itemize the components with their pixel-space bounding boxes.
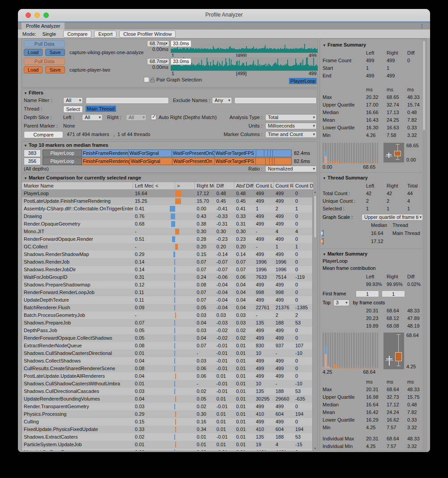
window-titlebar[interactable]: Profile Analyzer xyxy=(18,9,430,22)
table-row[interactable]: Assembly-CSharp.dll!::Collectable.OnTrig… xyxy=(22,205,313,213)
table-row[interactable]: ExtractRenderNodeQueue 0.08 0.07 -0.01 0… xyxy=(22,342,313,350)
marker-segment[interactable]: WaitForTargetFPS xyxy=(215,158,256,165)
table-row[interactable]: Shadows.PrepareShadowmap 0.12 0.08 -0.04… xyxy=(22,281,313,289)
marker-segment[interactable]: WaitForPresentOnG xyxy=(172,149,215,157)
frame-time-graph-right[interactable] xyxy=(171,57,318,71)
col-left-bar[interactable]: < xyxy=(154,182,175,189)
table-row[interactable]: Physics.Processing 0.29 0.30 0.01 0.01 4… xyxy=(22,410,313,418)
top10-row-right[interactable]: 356 PlayerLoopFinishFrameRenderingWaitFo… xyxy=(24,158,310,165)
load-button-left[interactable]: Load xyxy=(24,49,43,56)
marker-segment[interactable] xyxy=(256,149,264,157)
marker-segment[interactable] xyxy=(266,158,270,165)
sidebar-scrollbar-thumb[interactable] xyxy=(423,41,425,130)
foldout-triangle-icon[interactable]: ▼ xyxy=(323,176,326,180)
marker-segment[interactable]: FinishFrameRenderin xyxy=(82,149,129,157)
table-row[interactable]: Material.SetPassFast 0.03 0.02 -0.01 0.0… xyxy=(22,448,313,451)
ratio-dropdown[interactable]: Normalized xyxy=(265,166,317,172)
col-diff[interactable]: Diff xyxy=(215,182,234,189)
selected-marker-tag[interactable]: PlayerLoop xyxy=(289,78,317,84)
units-dropdown[interactable]: Milliseconds xyxy=(265,123,317,129)
name-filter-input[interactable] xyxy=(86,97,169,104)
foldout-triangle-icon[interactable]: ▼ xyxy=(323,252,326,256)
export-button[interactable]: Export xyxy=(94,30,116,38)
kebab-menu-icon[interactable]: ⋮ xyxy=(419,23,425,30)
col-abs-diff[interactable]: ▴Abs Diff xyxy=(234,182,254,189)
col-marker-name[interactable]: Marker Name xyxy=(22,182,133,189)
compare-button[interactable]: Compare xyxy=(24,131,63,138)
table-row[interactable]: Shadows.CullShadowCastersWithoutUmbra 0.… xyxy=(22,380,313,388)
marker-segment[interactable] xyxy=(264,149,268,157)
marker-segment[interactable] xyxy=(275,158,292,165)
table-row[interactable]: Shadows.PrepareJob 0.07 0.04 -0.03 0.03 … xyxy=(22,319,313,327)
first-frame-right-button[interactable]: 1 xyxy=(382,290,405,297)
marker-segment[interactable] xyxy=(256,158,266,165)
range-dropdown-right[interactable]: 68.7ms xyxy=(147,58,169,65)
table-row[interactable]: Render.OpaqueGeometry 0.68 0.38 -0.31 0.… xyxy=(22,220,313,228)
tab-profile-analyzer[interactable]: Profile Analyzer xyxy=(22,22,65,30)
exclude-mode-dropdown[interactable]: Any xyxy=(212,97,232,104)
marker-segment[interactable] xyxy=(273,149,292,157)
marker-segment[interactable]: WaitForSignal xyxy=(130,158,172,165)
table-row[interactable]: Batch.ProcessGeometryJob - 0.03 0.03 0.0… xyxy=(22,312,313,319)
table-row[interactable]: Shadows.CollectShadows 0.04 0.03 -0.01 0… xyxy=(22,357,313,365)
pull-data-button-left[interactable]: Pull Data xyxy=(24,40,65,47)
frame-time-graph-left[interactable] xyxy=(171,40,318,53)
scroll-down-icon[interactable]: ▼ xyxy=(313,447,318,450)
top-count-dropdown[interactable]: 3 xyxy=(333,299,349,306)
table-row[interactable]: PlayerLoop 16.64 17.12 0.48 0.48 499 499… xyxy=(22,190,313,197)
table-row[interactable]: DepthPass.Job 0.05 0.03 -0.02 0.02 499 4… xyxy=(22,327,313,334)
save-button-right[interactable]: Save xyxy=(45,66,65,73)
table-row[interactable]: GC.Collect - 0.20 0.20 0.20 - 1 1 xyxy=(22,243,313,251)
foldout-triangle-icon[interactable]: ▼ xyxy=(24,91,27,95)
analysis-type-dropdown[interactable]: Total xyxy=(265,114,317,121)
table-row[interactable]: Shadows.ExtractCasters 0.02 0.01 -0.01 0… xyxy=(22,433,313,441)
table-row[interactable]: WaitForJobGroupID 0.31 0.24 -0.06 0.06 7… xyxy=(22,273,313,281)
marker-segment[interactable]: FinishFrameRendering xyxy=(82,158,130,165)
table-row[interactable]: RenderForwardOpaque.CollectShadows 0.05 … xyxy=(22,334,313,342)
table-row[interactable]: Culling 0.15 0.16 0.01 0.01 499 499 0 xyxy=(22,418,313,426)
table-row[interactable]: ParticleSystem.UpdateJob 0.01 0.01 0.01 … xyxy=(22,441,313,448)
table-row[interactable]: BatchRenderer.Flush 0.09 0.05 -0.04 0.04… xyxy=(22,304,313,312)
table-row[interactable]: Mono.JIT - 0.30 0.30 0.30 - 4 4 xyxy=(22,228,313,235)
sidebar-scrollbar[interactable] xyxy=(422,39,426,451)
col-left-median[interactable]: Left Med xyxy=(133,182,154,189)
save-button-left[interactable]: Save xyxy=(45,49,65,56)
close-profiler-window-button[interactable]: Close Profiler Window xyxy=(119,30,176,38)
table-row[interactable]: Drawing 0.76 0.43 -0.33 0.33 499 499 0 xyxy=(22,213,313,220)
depth-left-dropdown[interactable]: All xyxy=(82,114,103,121)
pair-graph-selection-checkbox[interactable] xyxy=(144,77,149,82)
table-row[interactable]: CullResults.CreateSharedRendererScene 0.… xyxy=(22,365,313,372)
range-dropdown-left[interactable]: 68.7ms xyxy=(147,40,169,47)
thread-row[interactable]: 17.12 xyxy=(323,238,423,246)
thread-select-button[interactable]: Select xyxy=(63,106,83,113)
table-row[interactable]: PostLateUpdate.FinishFrameRendering 15.2… xyxy=(22,197,313,205)
top10-row-left[interactable]: 383 PlayerLoopFinishFrameRenderinWaitFor… xyxy=(24,149,310,157)
marker-segment[interactable]: WaitForSignal xyxy=(129,149,172,157)
table-row[interactable]: Shadows.RenderJob 0.14 0.07 -0.07 0.07 1… xyxy=(22,258,313,266)
scroll-up-icon[interactable]: ▲ xyxy=(313,191,318,193)
auto-right-checkbox[interactable] xyxy=(151,115,156,120)
foldout-triangle-icon[interactable]: ▼ xyxy=(24,144,27,148)
thread-row[interactable]: 16.64 Main Thread xyxy=(323,230,423,238)
marker-segment[interactable]: PlayerLoop xyxy=(43,149,82,157)
table-scrollbar[interactable]: ▲ ▼ xyxy=(312,190,318,451)
thread-selected-value[interactable]: Main Thread xyxy=(86,106,116,112)
table-row[interactable]: Shadows.CullShadowCastersDirectional 0.0… xyxy=(22,350,313,357)
col-right-bar[interactable]: > xyxy=(175,182,195,189)
table-row[interactable]: RenderForward.RenderLoopJob 0.11 0.07 -0… xyxy=(22,289,313,296)
name-filter-mode-dropdown[interactable]: All xyxy=(63,97,83,104)
marker-segment[interactable]: WaitForPresentOn xyxy=(172,158,215,165)
table-row[interactable]: Shadows.CullDirectionalCascades 0.03 0.0… xyxy=(22,388,313,395)
col-right-median[interactable]: Right Med xyxy=(195,182,215,189)
marker-columns-dropdown[interactable]: Time and Count xyxy=(265,131,317,138)
table-row[interactable]: Shadows.RenderShadowMap 0.29 0.15 -0.14 … xyxy=(22,251,313,258)
col-count-left[interactable]: Count Left xyxy=(254,182,274,189)
graph-scale-dropdown[interactable]: Upper quartile of frame ti xyxy=(362,214,423,221)
table-row[interactable]: Render.TransparentGeometry 0.03 0.02 -0.… xyxy=(22,403,313,410)
pull-data-button-right[interactable]: Pull Data xyxy=(24,58,65,65)
table-row[interactable]: FixedUpdate.PhysicsFixedUpdate 0.33 0.34… xyxy=(22,426,313,433)
first-frame-left-button[interactable]: 1 xyxy=(356,290,379,297)
exclude-names-input[interactable] xyxy=(234,97,317,104)
foldout-triangle-icon[interactable]: ▼ xyxy=(24,176,27,180)
table-row[interactable]: PostLateUpdate.UpdateAllRenderers 0.04 0… xyxy=(22,372,313,380)
